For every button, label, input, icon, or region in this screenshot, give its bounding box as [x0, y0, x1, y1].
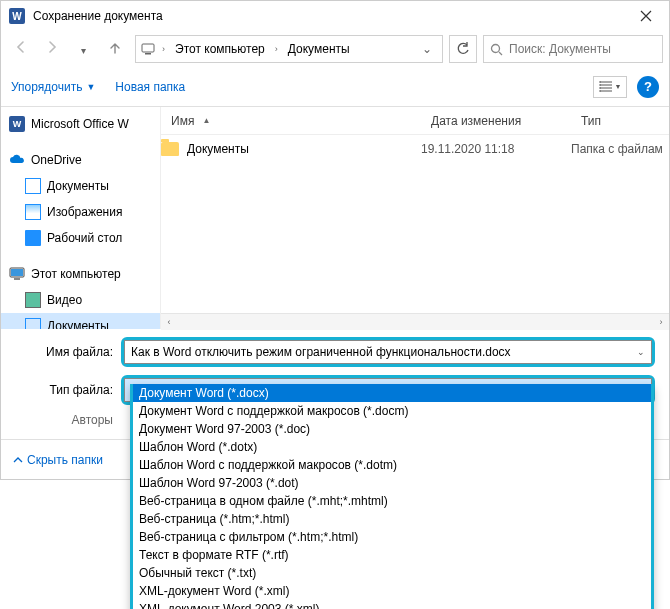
- desktop-icon: [25, 230, 41, 246]
- address-dropdown[interactable]: ⌄: [416, 42, 438, 56]
- authors-label: Авторы: [31, 413, 121, 427]
- list-item[interactable]: Документы19.11.2020 11:18Папка с файлам: [161, 135, 669, 163]
- filetype-option[interactable]: Шаблон Word с поддержкой макросов (*.dot…: [133, 456, 651, 474]
- svg-point-2: [492, 44, 500, 52]
- search-placeholder: Поиск: Документы: [509, 42, 611, 56]
- close-icon: [640, 10, 652, 22]
- breadcrumb-current[interactable]: Документы: [284, 42, 354, 56]
- documents-icon: [25, 318, 41, 329]
- details-view-icon: [599, 81, 613, 93]
- tree-item-desktop[interactable]: Рабочий стол: [1, 225, 160, 251]
- filetype-option[interactable]: XML-документ Word (*.xml): [133, 582, 651, 600]
- svg-point-3: [599, 81, 601, 83]
- svg-rect-9: [14, 278, 20, 280]
- horizontal-scrollbar[interactable]: ‹ ›: [161, 313, 669, 329]
- window-title: Сохранение документа: [33, 9, 623, 23]
- column-date[interactable]: Дата изменения: [421, 114, 571, 128]
- filename-value: Как в Word отключить режим ограниченной …: [131, 345, 511, 359]
- filetype-option[interactable]: Документ Word (*.docx): [133, 384, 651, 402]
- tree-item-documents[interactable]: Документы: [1, 173, 160, 199]
- titlebar: W Сохранение документа: [1, 1, 669, 31]
- filetype-option[interactable]: Веб-страница с фильтром (*.htm;*.html): [133, 528, 651, 546]
- arrow-left-icon: [14, 40, 28, 54]
- nav-bar: ▾ › Этот компьютер › Документы ⌄ Поиск: …: [1, 31, 669, 67]
- pc-icon: [9, 266, 25, 282]
- breadcrumb-sep: ›: [273, 44, 280, 54]
- svg-rect-8: [11, 269, 23, 276]
- scroll-left-button[interactable]: ‹: [161, 314, 177, 330]
- filename-label: Имя файла:: [31, 345, 121, 359]
- scrollbar-track[interactable]: [177, 314, 653, 330]
- folder-tree[interactable]: WMicrosoft Office W OneDrive Документы И…: [1, 107, 161, 329]
- up-button[interactable]: [101, 33, 129, 61]
- arrow-up-icon: [108, 40, 122, 54]
- documents-icon: [25, 178, 41, 194]
- breadcrumb-root[interactable]: Этот компьютер: [171, 42, 269, 56]
- forward-button[interactable]: [38, 33, 66, 61]
- history-dropdown[interactable]: ▾: [70, 37, 98, 65]
- help-button[interactable]: ?: [637, 76, 659, 98]
- svg-point-5: [599, 87, 601, 89]
- images-icon: [25, 204, 41, 220]
- chevron-down-icon: ▼: [615, 83, 622, 90]
- filetype-dropdown-list[interactable]: Документ Word (*.docx)Документ Word с по…: [130, 384, 654, 609]
- filetype-option[interactable]: XML-документ Word 2003 (*.xml): [133, 600, 651, 609]
- filetype-option[interactable]: Текст в формате RTF (*.rtf): [133, 546, 651, 564]
- arrow-right-icon: [45, 40, 59, 54]
- filetype-option[interactable]: Веб-страница (*.htm;*.html): [133, 510, 651, 528]
- tree-item-images[interactable]: Изображения: [1, 199, 160, 225]
- tree-item-word[interactable]: WMicrosoft Office W: [1, 111, 160, 137]
- video-icon: [25, 292, 41, 308]
- address-bar[interactable]: › Этот компьютер › Документы ⌄: [135, 35, 443, 63]
- refresh-button[interactable]: [449, 35, 477, 63]
- back-button[interactable]: [7, 33, 35, 61]
- scroll-right-button[interactable]: ›: [653, 314, 669, 330]
- column-name[interactable]: Имя▲: [161, 114, 421, 128]
- filetype-option[interactable]: Документ Word с поддержкой макросов (*.d…: [133, 402, 651, 420]
- new-folder-button[interactable]: Новая папка: [115, 80, 185, 94]
- svg-point-4: [599, 84, 601, 86]
- filetype-option[interactable]: Обычный текст (*.txt): [133, 564, 651, 582]
- filetype-label: Тип файла:: [31, 383, 121, 397]
- filetype-option[interactable]: Документ Word 97-2003 (*.doc): [133, 420, 651, 438]
- filename-combobox[interactable]: Как в Word отключить режим ограниченной …: [124, 340, 652, 364]
- breadcrumb-sep: ›: [160, 44, 167, 54]
- view-mode-button[interactable]: ▼: [593, 76, 627, 98]
- refresh-icon: [456, 42, 470, 56]
- filetype-option[interactable]: Шаблон Word 97-2003 (*.dot): [133, 474, 651, 492]
- svg-rect-1: [145, 53, 151, 55]
- tree-item-this-pc[interactable]: Этот компьютер: [1, 261, 160, 287]
- tree-item-onedrive[interactable]: OneDrive: [1, 147, 160, 173]
- chevron-down-icon: ⌄: [637, 347, 645, 357]
- search-input[interactable]: Поиск: Документы: [483, 35, 663, 63]
- svg-point-6: [599, 90, 601, 92]
- chevron-down-icon: ▼: [86, 82, 95, 92]
- hide-folders-button[interactable]: Скрыть папки: [13, 453, 103, 467]
- sort-indicator-icon: ▲: [202, 116, 210, 125]
- close-button[interactable]: [623, 1, 669, 31]
- list-header: Имя▲ Дата изменения Тип: [161, 107, 669, 135]
- tree-item-documents-pc[interactable]: Документы: [1, 313, 160, 329]
- word-icon: W: [9, 116, 25, 132]
- toolbar: Упорядочить ▼ Новая папка ▼ ?: [1, 67, 669, 107]
- folder-icon: [161, 142, 179, 156]
- column-type[interactable]: Тип: [571, 114, 669, 128]
- organize-button[interactable]: Упорядочить ▼: [11, 80, 95, 94]
- pc-icon: [140, 41, 156, 57]
- search-icon: [490, 43, 503, 56]
- word-app-icon: W: [9, 8, 25, 24]
- file-list: Имя▲ Дата изменения Тип Документы19.11.2…: [161, 107, 669, 329]
- filetype-option[interactable]: Веб-страница в одном файле (*.mht;*.mhtm…: [133, 492, 651, 510]
- tree-item-video[interactable]: Видео: [1, 287, 160, 313]
- filetype-option[interactable]: Шаблон Word (*.dotx): [133, 438, 651, 456]
- cloud-icon: [9, 152, 25, 168]
- chevron-up-icon: [13, 455, 23, 465]
- svg-rect-0: [142, 44, 154, 52]
